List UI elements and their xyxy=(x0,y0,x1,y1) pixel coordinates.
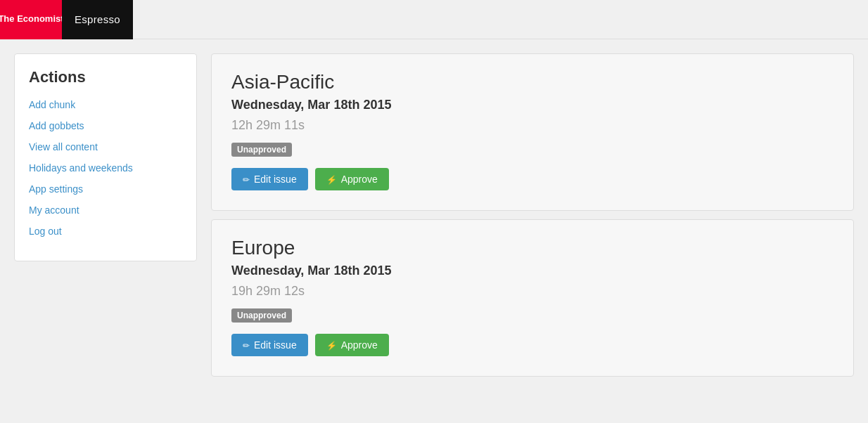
status-badge: Unapproved xyxy=(231,143,292,157)
issue-actions: Edit issue Approve xyxy=(231,168,834,190)
approve-label: Approve xyxy=(341,339,378,351)
issue-time: 19h 29m 12s xyxy=(231,284,834,299)
sidebar-nav-item: Add chunk xyxy=(29,99,182,110)
page-body: Actions Add chunkAdd gobbetsView all con… xyxy=(0,39,868,391)
sidebar-nav-link[interactable]: My account xyxy=(29,204,79,216)
sidebar-nav-link[interactable]: Log out xyxy=(29,226,62,237)
issue-card: Asia-Pacific Wednesday, Mar 18th 2015 12… xyxy=(211,53,854,211)
bolt-icon xyxy=(326,174,337,185)
sidebar-title: Actions xyxy=(29,68,182,86)
main-content: Asia-Pacific Wednesday, Mar 18th 2015 12… xyxy=(211,53,854,377)
espresso-logo: Espresso xyxy=(62,0,133,39)
sidebar-nav-link[interactable]: Holidays and weekends xyxy=(29,162,133,174)
edit-issue-label: Edit issue xyxy=(254,174,297,185)
bolt-icon xyxy=(326,339,337,351)
sidebar-nav-link[interactable]: App settings xyxy=(29,183,83,195)
sidebar-nav-item: Log out xyxy=(29,226,182,237)
sidebar-nav-item: Holidays and weekends xyxy=(29,162,182,174)
header: The Economist Espresso xyxy=(0,0,868,39)
approve-button[interactable]: Approve xyxy=(315,334,389,356)
issue-title: Asia-Pacific xyxy=(231,71,834,93)
pencil-icon xyxy=(243,339,250,351)
sidebar-nav-item: App settings xyxy=(29,183,182,195)
sidebar-nav-link[interactable]: Add chunk xyxy=(29,99,75,110)
edit-issue-button[interactable]: Edit issue xyxy=(231,168,308,190)
product-name: Espresso xyxy=(75,13,120,25)
brand-line1: The xyxy=(0,13,15,25)
edit-issue-label: Edit issue xyxy=(254,339,297,351)
brand-line2: Economist xyxy=(17,13,63,25)
sidebar-nav: Add chunkAdd gobbetsView all contentHoli… xyxy=(29,99,182,237)
pencil-icon xyxy=(243,174,250,185)
issue-date: Wednesday, Mar 18th 2015 xyxy=(231,263,834,278)
issue-actions: Edit issue Approve xyxy=(231,334,834,356)
economist-logo: The Economist xyxy=(0,0,62,39)
approve-label: Approve xyxy=(341,174,378,185)
issue-title: Europe xyxy=(231,237,834,259)
edit-issue-button[interactable]: Edit issue xyxy=(231,334,308,356)
issue-time: 12h 29m 11s xyxy=(231,118,834,133)
sidebar-nav-link[interactable]: Add gobbets xyxy=(29,120,84,131)
sidebar-nav-item: View all content xyxy=(29,141,182,152)
sidebar-nav-link[interactable]: View all content xyxy=(29,141,98,152)
issue-date: Wednesday, Mar 18th 2015 xyxy=(231,98,834,112)
status-badge: Unapproved xyxy=(231,308,292,323)
issue-card: Europe Wednesday, Mar 18th 2015 19h 29m … xyxy=(211,219,854,377)
approve-button[interactable]: Approve xyxy=(315,168,389,190)
sidebar-nav-item: Add gobbets xyxy=(29,120,182,131)
sidebar-nav-item: My account xyxy=(29,204,182,216)
sidebar: Actions Add chunkAdd gobbetsView all con… xyxy=(14,53,197,261)
